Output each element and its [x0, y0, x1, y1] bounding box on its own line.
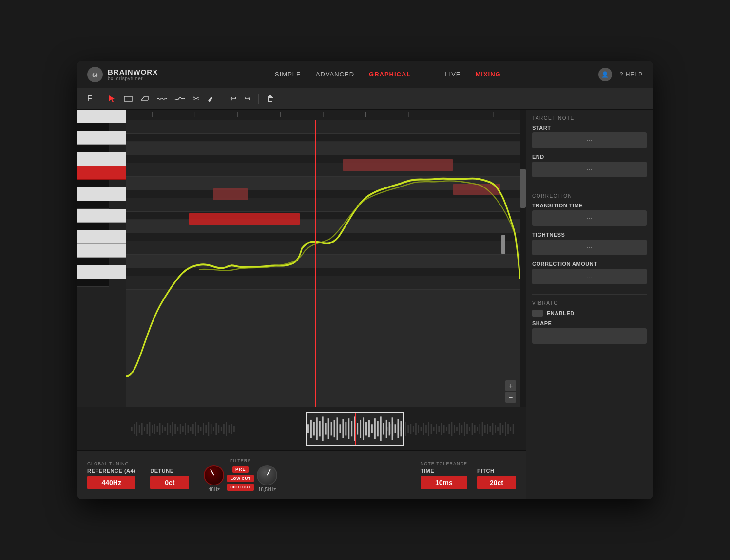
tab-mixing[interactable]: MIXING: [476, 69, 501, 80]
piano-key-white[interactable]: [77, 152, 126, 166]
svg-rect-90: [502, 425, 504, 433]
svg-rect-15: [159, 423, 161, 435]
svg-rect-72: [456, 427, 458, 431]
svg-rect-94: [513, 424, 514, 434]
tab-live[interactable]: LIVE: [445, 69, 461, 80]
pitch-value[interactable]: 20ct: [477, 476, 516, 489]
global-tuning-group: GLOBAL TUNING REFERENCE (A4) 440Hz: [87, 461, 135, 489]
toolbar-delete[interactable]: 🗑: [265, 93, 276, 104]
panel-divider-2: [532, 294, 647, 295]
toolbar-edit[interactable]: [138, 94, 151, 103]
zoom-out-button[interactable]: −: [505, 392, 516, 403]
correction-amount-value[interactable]: ---: [532, 269, 647, 284]
time-value[interactable]: 10ms: [421, 476, 467, 489]
tab-graphical[interactable]: GRAPHICAL: [369, 69, 411, 80]
svg-rect-126: [397, 419, 399, 438]
svg-rect-95: [307, 424, 309, 433]
bottom-bar: GLOBAL TUNING REFERENCE (A4) 440Hz DETUN…: [77, 450, 526, 499]
piano-key-white[interactable]: [77, 265, 126, 279]
shape-bar[interactable]: [532, 328, 647, 344]
tightness-value[interactable]: ---: [532, 240, 647, 255]
piano-key-black[interactable]: [77, 123, 109, 131]
panel-divider-1: [532, 187, 647, 187]
toolbar-undo[interactable]: ↩: [228, 93, 238, 104]
logo-icon: ω: [87, 67, 103, 82]
svg-rect-14: [157, 426, 158, 432]
piano-key-black[interactable]: [77, 223, 109, 230]
scrollbar-thumb[interactable]: [520, 169, 526, 208]
zoom-in-button[interactable]: +: [505, 380, 516, 391]
piano-key-white[interactable]: [77, 131, 126, 145]
reference-value[interactable]: 440Hz: [87, 476, 135, 489]
note-block-red-1[interactable]: [189, 213, 299, 225]
svg-rect-61: [428, 422, 429, 436]
svg-rect-18: [167, 423, 169, 435]
vibrato-toggle[interactable]: [532, 310, 543, 317]
right-panel: TARGET NOTE START --- END --- CORRECTION…: [526, 110, 653, 499]
detune-value[interactable]: 0ct: [150, 476, 189, 489]
start-value[interactable]: ---: [532, 132, 647, 148]
piano-key-black[interactable]: [77, 258, 109, 265]
note-block-dark-3[interactable]: [453, 184, 500, 195]
svg-rect-84: [487, 424, 488, 434]
toolbar-wavy[interactable]: [173, 94, 187, 103]
note-tolerance-label: NOTE TOLERANCE: [421, 461, 467, 466]
toolbar-scissors[interactable]: ✂: [191, 93, 201, 104]
svg-rect-25: [185, 423, 186, 435]
grid-row: [126, 198, 520, 212]
svg-rect-102: [328, 418, 329, 439]
svg-rect-106: [339, 424, 341, 433]
transition-time-label: TRANSITION TIME: [532, 203, 647, 208]
grid-area[interactable]: | | | | | | | | |: [126, 110, 520, 407]
scroll-indicator[interactable]: [501, 235, 505, 254]
note-block-dark-1[interactable]: [213, 188, 249, 200]
svg-rect-41: [226, 422, 227, 436]
toolbar-pencil[interactable]: [205, 94, 216, 103]
piano-key-black[interactable]: [77, 180, 109, 187]
main-content: | | | | | | | | |: [77, 110, 653, 499]
piano-key-white[interactable]: [77, 230, 126, 244]
piano-key-black[interactable]: [77, 279, 109, 287]
piano-key-black[interactable]: [77, 201, 109, 209]
grid-row: [126, 163, 520, 177]
svg-rect-116: [368, 420, 370, 437]
piano-key-white[interactable]: [77, 209, 126, 223]
toolbar-wave[interactable]: [155, 94, 169, 103]
tab-advanced[interactable]: ADVANCED: [316, 69, 354, 80]
high-cut-button[interactable]: HIGH CUT: [227, 484, 254, 491]
grid-row: [126, 255, 520, 268]
toolbar-select[interactable]: [122, 95, 134, 103]
toolbar-cursor[interactable]: [106, 94, 118, 104]
low-cut-button[interactable]: LOW CUT: [227, 475, 254, 482]
transition-time-value[interactable]: ---: [532, 210, 647, 226]
piano-key-white[interactable]: [77, 110, 126, 123]
svg-rect-10: [147, 424, 148, 434]
svg-rect-78: [472, 423, 473, 435]
tab-simple[interactable]: SIMPLE: [275, 69, 301, 80]
svg-rect-8: [141, 423, 143, 435]
toolbar-f[interactable]: F: [85, 93, 94, 104]
product-name: bx_crispytuner: [108, 76, 158, 81]
panel-scrollbar[interactable]: [520, 110, 526, 407]
svg-rect-12: [152, 425, 153, 433]
end-value[interactable]: ---: [532, 162, 647, 177]
svg-rect-119: [377, 421, 379, 437]
low-cut-knob[interactable]: [204, 465, 224, 485]
start-label: START: [532, 125, 647, 131]
waveform-selection[interactable]: [306, 412, 404, 446]
high-cut-knob[interactable]: [257, 465, 277, 485]
pre-badge[interactable]: PRE: [232, 466, 249, 473]
svg-rect-16: [162, 425, 163, 433]
piano-key-black[interactable]: [77, 145, 109, 152]
toolbar-redo[interactable]: ↪: [242, 93, 252, 104]
header-right: 👤 ? HELP: [598, 68, 643, 81]
piano-key-red[interactable]: [77, 166, 126, 180]
svg-rect-26: [188, 425, 189, 433]
piano-key-white[interactable]: [77, 244, 126, 258]
toolbar-divider-1: [100, 94, 100, 104]
help-button[interactable]: ? HELP: [620, 71, 643, 78]
piano-key-white[interactable]: [77, 187, 126, 201]
note-grid: + −: [126, 120, 520, 407]
note-block-dark-2[interactable]: [343, 159, 453, 171]
user-icon[interactable]: 👤: [598, 68, 612, 81]
